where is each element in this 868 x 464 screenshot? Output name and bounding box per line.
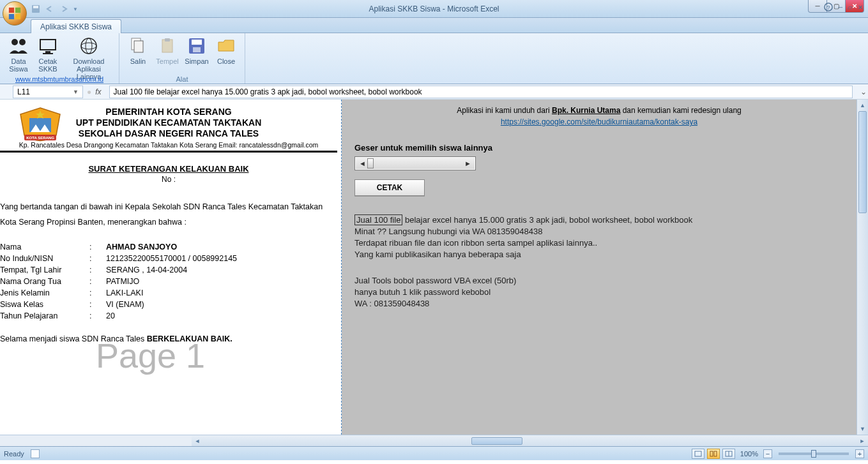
name-box[interactable]: L11 ▼ [13, 86, 83, 98]
status-bar: Ready 100% − + [0, 446, 868, 460]
zoom-slider[interactable] [779, 453, 849, 455]
ribbon-minimize-icon[interactable]: ─ [838, 4, 842, 11]
status-ready: Ready [4, 450, 24, 458]
svg-rect-21 [192, 40, 202, 45]
sheet-tabs-area[interactable] [0, 435, 192, 446]
svg-text:?: ? [826, 4, 830, 11]
tempel-button[interactable]: Tempel [153, 34, 182, 75]
label-nisn: No Induk/NISN [0, 254, 89, 263]
formula-input[interactable]: Jual 100 file belajar excel hanya 15.000… [109, 86, 853, 98]
cell-reference: L11 [17, 87, 30, 96]
worksheet-area: KOTA SERANG PEMERINTAH KOTA SERANG UPT P… [0, 100, 868, 435]
side-pane: Aplikasi ini kami unduh dari Bpk. Kurnia… [342, 100, 857, 435]
vscroll-thumb[interactable] [858, 111, 867, 213]
conclusion: Selama menjadi siswa SDN Ranca Tales BER… [0, 334, 337, 343]
svg-rect-1 [15, 8, 20, 13]
tools-line-1: Jual Tools bobol password VBA excel (50r… [354, 276, 844, 285]
formula-value: Jual 100 file belajar excel hanya 15.000… [114, 87, 422, 96]
letterhead-rule [0, 151, 337, 153]
formula-buttons: ● fx [87, 87, 105, 96]
scroll-down-icon[interactable]: ▼ [857, 423, 868, 435]
cetak-button[interactable]: CETAK [354, 179, 425, 196]
tools-line-2: hanya butuh 1 klik password kebobol [354, 287, 844, 297]
svg-text:KOTA SERANG: KOTA SERANG [26, 136, 54, 140]
svg-rect-12 [43, 53, 53, 54]
document-pane: KOTA SERANG PEMERINTAH KOTA SERANG UPT P… [0, 100, 342, 435]
zoom-in-button[interactable]: + [855, 449, 864, 458]
help-icon[interactable]: ? [824, 3, 833, 11]
promo-line-4: Yang kami publikasikan hanya beberapa sa… [354, 250, 844, 259]
ribbon-group-links: Data Siswa Cetak SKKB Download Aplikasi … [0, 33, 119, 84]
svg-rect-17 [134, 41, 143, 52]
doc-body: Yang bertanda tangan di bawah ini Kepala… [0, 200, 337, 228]
group-link-label[interactable]: www.mtsbmtumbrasanom.id [0, 75, 119, 83]
credit-link[interactable]: https://sites.google.com/site/budikurnia… [354, 117, 844, 126]
globe-icon [79, 36, 99, 56]
value-ortu: PATMIJO [106, 277, 139, 286]
vertical-scrollbar[interactable]: ▲ ▼ [857, 100, 868, 435]
tools-line-3: WA : 081359048438 [354, 299, 844, 308]
download-button[interactable]: Download Aplikasi Lainnya [63, 34, 115, 75]
slider-heading: Geser untuk memilih siswa lainnya [354, 143, 844, 153]
ribbon-close-icon[interactable]: ✕ [858, 4, 863, 11]
zoom-out-button[interactable]: − [763, 449, 772, 458]
tab-aplikasi-skkb[interactable]: Aplikasi SKKB Siswa [31, 19, 121, 33]
value-tahun: 20 [106, 311, 115, 320]
zoom-thumb[interactable] [811, 450, 816, 458]
paste-icon [157, 36, 178, 56]
svg-rect-0 [9, 8, 14, 13]
macro-record-icon[interactable] [31, 449, 40, 458]
scroll-left-icon[interactable]: ◄ [359, 160, 366, 167]
student-scroller[interactable]: ◄ ► [354, 156, 476, 170]
save-disk-icon [187, 36, 207, 56]
monitor-icon [38, 36, 58, 56]
hscroll-right-icon[interactable]: ► [857, 435, 868, 447]
doc-number: No : [0, 175, 337, 184]
city-crest-icon: KOTA SERANG [18, 107, 63, 145]
horizontal-scrollbar[interactable]: ◄ ► [192, 435, 868, 446]
scroll-up-icon[interactable]: ▲ [857, 100, 868, 111]
office-button[interactable] [3, 1, 27, 26]
window-title: Aplikasi SKKB Siswa - Microsoft Excel [0, 4, 868, 13]
value-jk: LAKI-LAKI [106, 288, 143, 297]
letterhead: KOTA SERANG PEMERINTAH KOTA SERANG UPT P… [0, 107, 337, 149]
label-kelas: Siswa Kelas [0, 300, 89, 309]
view-layout-button[interactable] [707, 449, 720, 459]
zoom-label: 100% [740, 450, 758, 458]
simpan-button[interactable]: Simpan [182, 34, 211, 75]
view-break-button[interactable] [722, 449, 735, 459]
office-logo-icon [8, 6, 22, 20]
label-tahun: Tahun Pelajaran [0, 311, 89, 320]
data-siswa-button[interactable]: Data Siswa [4, 34, 33, 75]
ribbon: Data Siswa Cetak SKKB Download Aplikasi … [0, 33, 868, 84]
group-alat-label: Alat [119, 75, 245, 83]
view-normal-button[interactable] [692, 449, 704, 459]
scroll-thumb[interactable] [367, 158, 374, 168]
svg-point-9 [19, 39, 26, 45]
fx-label[interactable]: fx [95, 87, 101, 96]
promo-line-2: Minat ?? Langsung hubungi via WA 0813590… [354, 227, 844, 236]
student-fields: Nama:AHMAD SANJOYO No Induk/NISN:1212352… [0, 243, 337, 320]
svg-rect-28 [710, 451, 713, 456]
hscroll-left-icon[interactable]: ◄ [192, 435, 203, 447]
selected-cell: Jual 100 file [354, 214, 402, 225]
promo-line-3: Terdapat ribuan file dan icon ribbon ser… [354, 238, 844, 248]
label-ortu: Nama Orang Tua [0, 277, 89, 286]
svg-rect-27 [695, 451, 701, 456]
cetak-skkb-button[interactable]: Cetak SKKB [33, 34, 63, 75]
close-button-ribbon[interactable]: Close [211, 34, 241, 75]
formula-bar: L11 ▼ ● fx Jual 100 file belajar excel h… [0, 84, 868, 100]
label-ttl: Tempat, Tgl Lahir [0, 266, 89, 274]
salin-button[interactable]: Salin [123, 34, 153, 75]
promo-line-1[interactable]: Jual 100 file belajar excel hanya 15.000… [354, 215, 844, 225]
ribbon-tabstrip: Aplikasi SKKB Siswa ? ─ ▱ ✕ [0, 18, 868, 33]
scroll-right-icon[interactable]: ► [464, 160, 471, 167]
value-ttl: SERANG , 14-04-2004 [106, 266, 187, 274]
ribbon-restore-icon[interactable]: ▱ [848, 4, 853, 11]
svg-point-8 [11, 39, 18, 45]
name-box-dropdown-icon[interactable]: ▼ [73, 89, 79, 95]
formula-expand-icon[interactable]: ⌄ [859, 87, 868, 96]
value-nama: AHMAD SANJOYO [106, 243, 177, 251]
svg-point-15 [86, 38, 92, 54]
hscroll-thumb[interactable] [471, 437, 522, 445]
